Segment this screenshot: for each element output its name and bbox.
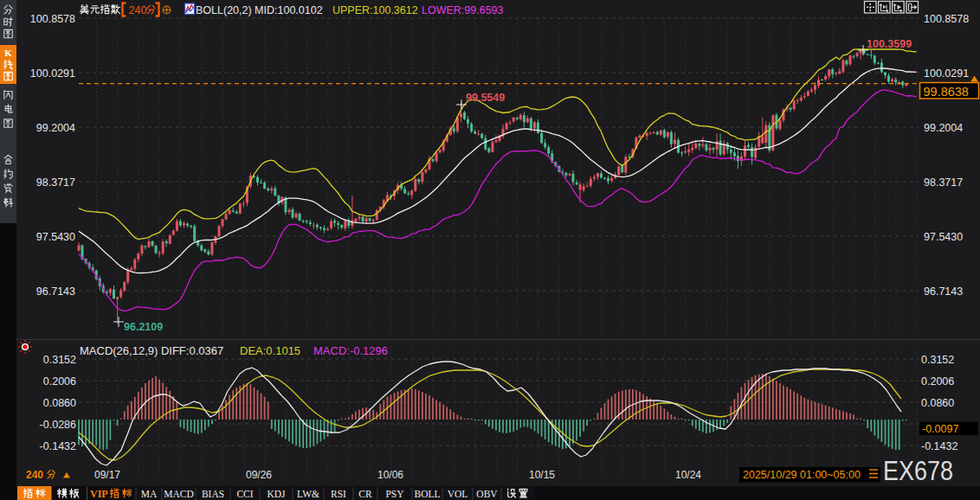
svg-text:98.3717: 98.3717 xyxy=(924,176,963,189)
svg-text:PSY: PSY xyxy=(385,489,404,499)
svg-text:100.8578: 100.8578 xyxy=(924,13,969,25)
svg-text:0.2006: 0.2006 xyxy=(921,375,954,388)
svg-text:MA: MA xyxy=(141,489,158,499)
svg-text:2025/10/29 01:00~05:00: 2025/10/29 01:00~05:00 xyxy=(743,469,861,481)
svg-text:100.3599: 100.3599 xyxy=(867,38,912,50)
svg-text:BOLL: BOLL xyxy=(414,489,440,499)
svg-text:-0.1432: -0.1432 xyxy=(40,440,76,452)
svg-text:-0.1432: -0.1432 xyxy=(921,440,957,452)
svg-text:240: 240 xyxy=(26,469,43,481)
svg-text:97.5430: 97.5430 xyxy=(924,231,963,243)
svg-text:CCI: CCI xyxy=(236,489,253,499)
svg-text:0.3152: 0.3152 xyxy=(921,354,954,366)
svg-text:99.8638: 99.8638 xyxy=(924,85,969,99)
svg-text:-0.0097: -0.0097 xyxy=(922,423,958,435)
svg-text:BOLL(20,2) MID:100.0102: BOLL(20,2) MID:100.0102 xyxy=(196,4,323,16)
svg-text:97.5430: 97.5430 xyxy=(36,231,75,243)
svg-text:VOL: VOL xyxy=(448,489,468,499)
svg-text:CR: CR xyxy=(358,489,372,499)
svg-text:96.2109: 96.2109 xyxy=(124,321,163,333)
svg-text:EX678: EX678 xyxy=(883,456,953,486)
svg-text:100.0291: 100.0291 xyxy=(924,67,969,80)
svg-text:LOWER:99.6593: LOWER:99.6593 xyxy=(422,4,504,16)
svg-text:0.0860: 0.0860 xyxy=(921,397,954,409)
svg-text:-0.0286: -0.0286 xyxy=(40,419,76,431)
svg-text:99.2004: 99.2004 xyxy=(924,122,963,134)
svg-text:0.3152: 0.3152 xyxy=(43,354,76,366)
svg-text:10/15: 10/15 xyxy=(529,469,555,481)
svg-text:UPPER:100.3612: UPPER:100.3612 xyxy=(332,4,418,16)
svg-text:VIP: VIP xyxy=(90,488,108,500)
svg-text:99.5549: 99.5549 xyxy=(466,92,505,104)
svg-text:100.8578: 100.8578 xyxy=(30,13,75,25)
svg-text:LW&: LW& xyxy=(297,489,319,499)
svg-text:10/24: 10/24 xyxy=(675,469,701,481)
svg-text:98.3717: 98.3717 xyxy=(36,176,75,189)
svg-text:KDJ: KDJ xyxy=(267,489,286,499)
svg-text:DEA:0.1015: DEA:0.1015 xyxy=(240,344,300,357)
svg-text:96.7143: 96.7143 xyxy=(36,285,75,298)
svg-text:09/17: 09/17 xyxy=(94,469,120,481)
svg-text:MACD(26,12,9) DIFF:0.0367: MACD(26,12,9) DIFF:0.0367 xyxy=(80,344,223,357)
svg-text:09/26: 09/26 xyxy=(246,469,272,481)
svg-text:240: 240 xyxy=(129,4,147,16)
svg-text:MACD:-0.1296: MACD:-0.1296 xyxy=(313,344,388,357)
svg-text:0.2006: 0.2006 xyxy=(43,375,76,388)
svg-text:10/06: 10/06 xyxy=(377,469,403,481)
svg-text:0.0860: 0.0860 xyxy=(43,397,76,409)
svg-text:OBV: OBV xyxy=(476,489,498,499)
svg-text:RSI: RSI xyxy=(331,489,346,499)
svg-text:96.7143: 96.7143 xyxy=(924,285,963,298)
svg-text:99.2004: 99.2004 xyxy=(36,122,75,134)
svg-text:BIAS: BIAS xyxy=(202,489,224,499)
svg-text:MACD: MACD xyxy=(164,489,194,499)
svg-text:K: K xyxy=(4,48,12,58)
svg-text:100.0291: 100.0291 xyxy=(30,67,75,80)
